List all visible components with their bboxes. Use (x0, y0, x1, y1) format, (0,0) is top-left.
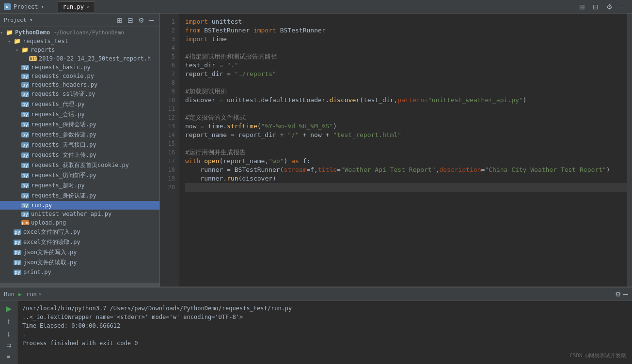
sidebar-new-button[interactable]: ⊞ (115, 16, 124, 24)
run-wrap-button[interactable]: ≡ (6, 352, 11, 361)
run-redirect-button[interactable]: ⇉ (5, 341, 12, 350)
tree-label-run: run.py (31, 202, 52, 209)
token: import (185, 17, 212, 26)
tab-close-icon[interactable]: ✕ (87, 4, 90, 9)
project-label: Project (14, 3, 38, 10)
token: title (318, 166, 337, 174)
sidebar-collapse-button[interactable]: ⊟ (126, 16, 135, 24)
sidebar-item-excel_read[interactable]: pyexcel文件的读取.py (0, 237, 159, 247)
sidebar-item-pythondemo[interactable]: ▾📁PythonDemo ~/Downloads/PythonDemo (0, 28, 159, 37)
tab-run-py[interactable]: run.py ✕ (58, 1, 95, 12)
token: "./reports" (235, 70, 276, 78)
py-icon-json_read: py (14, 260, 21, 265)
sidebar-item-run[interactable]: pyrun.py (0, 201, 159, 210)
sidebar-item-requests_cookie[interactable]: pyrequests_cookie.py (0, 72, 159, 80)
sidebar-tree: ▾📁PythonDemo ~/Downloads/PythonDemo▾📁req… (0, 27, 159, 283)
sidebar-item-requests_test[interactable]: ▾📁requests_test (0, 37, 159, 46)
code-line-16: #运行用例并生成报告 (185, 148, 627, 157)
code-line-6: test_dir = "." (185, 61, 627, 70)
token: import (253, 26, 280, 35)
sidebar-item-requests_ssl[interactable]: pyrequests_ssl验证.py (0, 89, 159, 99)
tree-label-excel_write: excel文件的写入.py (23, 228, 80, 236)
sidebar-item-requests_basic[interactable]: pyrequests_basic.py (0, 63, 159, 72)
run-play-button[interactable]: ▶ (5, 303, 13, 314)
token: with (185, 157, 204, 166)
code-line-5: #指定测试用例和测试报告的路径 (185, 52, 627, 61)
sidebar-item-unittest_weather[interactable]: pyunittest_weather_api.py (0, 210, 159, 218)
sidebar-settings-button[interactable]: ⚙ (137, 16, 146, 24)
sidebar-horizontal-scrollbar[interactable] (0, 283, 159, 287)
tree-label-requests_cookie: requests_cookie.py (31, 73, 94, 79)
sidebar-item-requests_session[interactable]: pyrequests_会话.py (0, 109, 159, 120)
token: = (219, 61, 227, 70)
line-number-19: 19 (160, 174, 175, 183)
line-number-8: 8 (160, 78, 175, 87)
sidebar-item-requests_baidu[interactable]: pyrequests_获取百度首页cookie.py (0, 160, 159, 170)
project-icon: ▶ (4, 3, 11, 10)
token: unittest (227, 96, 257, 105)
sidebar-item-requests_headers[interactable]: pyrequests_headers.py (0, 80, 159, 89)
sidebar-item-print_py[interactable]: pyprint.py (0, 268, 159, 276)
run-settings-button[interactable]: ⚙ (615, 290, 621, 298)
py-icon-unittest_weather: py (21, 212, 29, 217)
sidebar-item-requests_timeout[interactable]: pyrequests_超时.py (0, 181, 159, 191)
tree-label-excel_read: excel文件的读取.py (23, 238, 80, 246)
tree-label-report_html: 2019-08-22 14_23_50test_report.h (39, 55, 151, 62)
py-icon-requests_cookie: py (21, 74, 29, 79)
token: now (310, 131, 325, 139)
sidebar-item-requests_keep[interactable]: pyrequests_保持会话.py (0, 120, 159, 130)
py-icon-requests_baidu: py (21, 163, 29, 168)
token: defaultTestLoader (261, 96, 326, 105)
code-line-18: runner = BSTestRunner(stream=f,title="We… (185, 166, 627, 174)
token: BSTestRunner (204, 26, 253, 35)
token: ( (257, 122, 261, 131)
token: pattern (397, 96, 424, 105)
run-down-button[interactable]: ↓ (6, 329, 12, 339)
sidebar-item-reports[interactable]: ▾📁reports (0, 46, 159, 54)
sidebar-item-requests_auth[interactable]: pyrequests_身份认证.py (0, 191, 159, 201)
split-editor-button[interactable]: ⊟ (590, 2, 601, 12)
run-output-line-2: Time Elapsed: 0:00:00.666612 (22, 321, 627, 330)
line-number-18: 18 (160, 166, 175, 174)
run-tab[interactable]: Run ▶ run ✕ (4, 291, 42, 298)
sidebar-item-requests_zhihu[interactable]: pyrequests_访问知乎.py (0, 170, 159, 181)
sidebar-item-report_html[interactable]: html2019-08-22 14_23_50test_report.h (0, 54, 159, 63)
code-line-19: runner.run(discover) (185, 174, 627, 183)
sidebar-item-excel_write[interactable]: pyexcel文件的写入.py (0, 227, 159, 237)
line-numbers: 1234567891011121314151617181920 (160, 14, 179, 287)
settings-button[interactable]: ⚙ (603, 2, 616, 12)
new-file-button[interactable]: ⊞ (576, 2, 588, 12)
sidebar-item-requests_upload[interactable]: pyrequests_文件上传.py (0, 150, 159, 160)
sidebar-item-json_write[interactable]: pyjson文件的写入.py (0, 247, 159, 258)
dropdown-arrow[interactable]: ▾ (41, 4, 44, 9)
sidebar-item-json_read[interactable]: pyjson文件的读取.py (0, 258, 159, 268)
run-tab-close-icon[interactable]: ✕ (39, 291, 42, 297)
folder-icon-requests_test: 📁 (14, 38, 21, 45)
line-number-20: 20 (160, 183, 175, 192)
editor-scrollbar[interactable] (627, 14, 632, 287)
sidebar-item-requests_weather[interactable]: pyrequests_天气接口.py (0, 140, 159, 150)
sidebar-item-upload_png[interactable]: pngupload.png (0, 218, 159, 227)
sidebar-item-requests_params[interactable]: pyrequests_参数传递.py (0, 130, 159, 140)
run-collapse-button[interactable]: ─ (623, 290, 628, 298)
tree-label-requests_ssl: requests_ssl验证.py (31, 90, 95, 98)
png-icon-upload_png: png (21, 220, 29, 225)
token: test_dir (185, 61, 219, 70)
tree-label-requests_params: requests_参数传递.py (31, 131, 96, 139)
line-number-12: 12 (160, 113, 175, 122)
run-up-button[interactable]: ↑ (6, 316, 12, 327)
sidebar-item-requests_proxy[interactable]: pyrequests_代理.py (0, 99, 159, 109)
run-output-line-4: Process finished with exit code 0 (22, 339, 627, 348)
sidebar-close-button[interactable]: ─ (148, 16, 156, 24)
html-icon-report_html: html (29, 56, 37, 61)
token: ) (606, 166, 610, 174)
code-area[interactable]: import unittestfrom BSTestRunner import … (179, 14, 627, 287)
sidebar-actions: ⊞ ⊟ ⚙ ─ (115, 16, 156, 24)
token: #指定测试用例和测试报告的路径 (185, 52, 277, 61)
token: ) (523, 96, 527, 105)
minimize-button[interactable]: ─ (617, 2, 628, 12)
tree-label-reports: reports (31, 46, 55, 53)
token: = (337, 166, 341, 174)
tree-arrow-pythondemo: ▾ (0, 30, 6, 35)
token: "test_report.html" (333, 131, 401, 139)
